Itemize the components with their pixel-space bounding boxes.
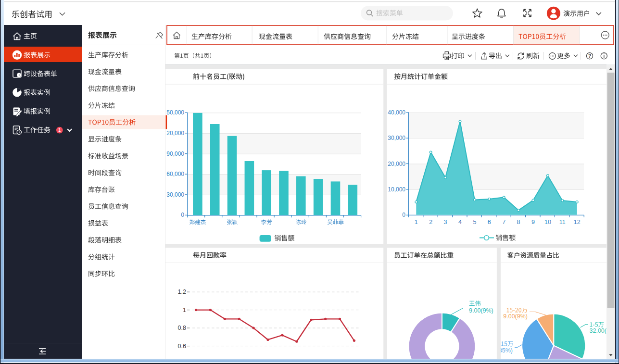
svg-text:10: 10: [544, 219, 551, 226]
svg-text:1: 1: [58, 127, 61, 133]
svg-text:40,000: 40,000: [388, 109, 405, 116]
svg-text:?: ?: [588, 53, 591, 59]
svg-text:50,000: 50,000: [166, 109, 184, 116]
svg-text:4: 4: [458, 219, 462, 226]
svg-text:10,000: 10,000: [388, 186, 405, 193]
svg-text:2: 2: [429, 219, 432, 226]
svg-text:0: 0: [181, 212, 184, 218]
svg-text:9.00(9%): 9.00(9%): [503, 313, 528, 320]
svg-text:11: 11: [559, 219, 566, 226]
svg-text:60,000: 60,000: [166, 171, 184, 177]
svg-text:30,000: 30,000: [166, 191, 184, 198]
svg-text:0.8: 0.8: [178, 325, 186, 331]
svg-text:12: 12: [574, 219, 581, 226]
svg-text:9: 9: [531, 219, 535, 226]
svg-text:7: 7: [502, 219, 505, 226]
svg-text:0.6: 0.6: [178, 343, 186, 350]
svg-text:1: 1: [415, 219, 418, 226]
svg-text:90,000: 90,000: [166, 151, 184, 157]
svg-text:0: 0: [402, 212, 405, 218]
svg-text:1: 1: [183, 307, 186, 314]
svg-text:20,000: 20,000: [388, 161, 405, 167]
svg-text:8: 8: [517, 219, 520, 226]
svg-text:3: 3: [444, 219, 447, 226]
svg-text:20,000: 20,000: [166, 130, 184, 137]
svg-text:6: 6: [488, 219, 491, 226]
svg-text:30,000: 30,000: [388, 135, 405, 141]
svg-text:5: 5: [473, 219, 476, 226]
svg-text:9.00(9%): 9.00(9%): [469, 307, 493, 314]
svg-text:1.2: 1.2: [178, 289, 186, 295]
